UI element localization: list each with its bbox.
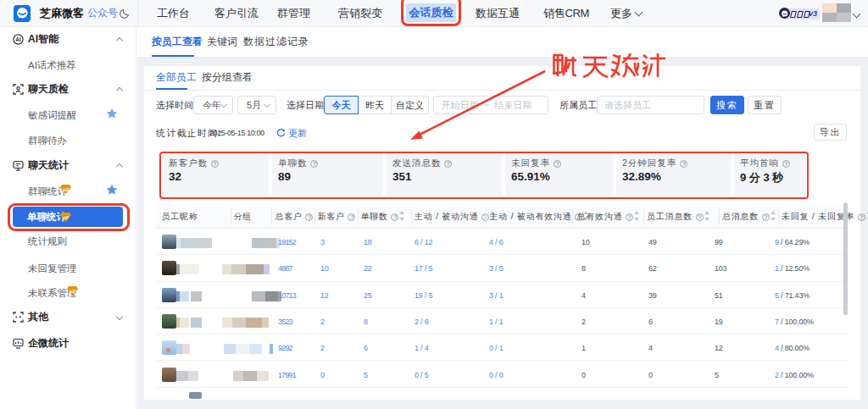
svg-text:v2: v2 — [63, 214, 69, 219]
svg-text:AI: AI — [15, 36, 21, 42]
svg-text:v2: v2 — [63, 187, 69, 192]
svg-text:v2: v2 — [70, 289, 75, 294]
